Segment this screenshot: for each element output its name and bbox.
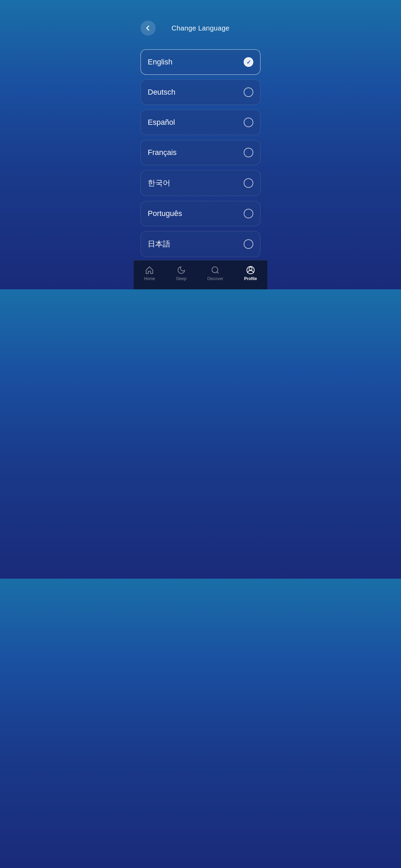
- nav-label-discover: Discover: [207, 276, 223, 281]
- language-label-espanol: Español: [148, 118, 175, 127]
- radio-deutsch: [244, 87, 253, 97]
- language-item-portuguese[interactable]: Português: [141, 201, 260, 226]
- back-button[interactable]: [141, 21, 156, 36]
- bottom-nav: Home Sleep Discover Profile: [134, 260, 267, 289]
- language-label-portuguese: Português: [148, 209, 182, 218]
- radio-francais: [244, 148, 253, 157]
- language-item-francais[interactable]: Français: [141, 140, 260, 165]
- radio-portuguese: [244, 209, 253, 218]
- home-icon: [145, 265, 154, 275]
- nav-item-home[interactable]: Home: [137, 264, 162, 282]
- language-item-english[interactable]: English: [141, 49, 260, 75]
- language-item-deutsch[interactable]: Deutsch: [141, 80, 260, 105]
- language-label-japanese: 日本語: [148, 239, 170, 249]
- header: Change Language: [134, 0, 267, 43]
- svg-point-2: [249, 267, 252, 270]
- nav-label-sleep: Sleep: [176, 276, 186, 281]
- radio-korean: [244, 178, 253, 188]
- language-item-korean[interactable]: 한국어: [141, 170, 260, 196]
- radio-espanol: [244, 118, 253, 127]
- nav-item-sleep[interactable]: Sleep: [169, 264, 193, 282]
- nav-item-profile[interactable]: Profile: [237, 264, 264, 282]
- svg-line-1: [217, 272, 219, 274]
- svg-point-0: [212, 267, 218, 273]
- language-label-korean: 한국어: [148, 178, 170, 188]
- nav-label-profile: Profile: [244, 276, 257, 281]
- language-label-deutsch: Deutsch: [148, 88, 175, 97]
- nav-label-home: Home: [144, 276, 155, 281]
- moon-icon: [177, 265, 186, 275]
- language-label-francais: Français: [148, 148, 177, 157]
- language-item-japanese[interactable]: 日本語: [141, 231, 260, 257]
- page-title: Change Language: [171, 24, 229, 32]
- radio-japanese: [244, 239, 253, 249]
- search-icon: [210, 265, 220, 275]
- profile-icon: [246, 265, 255, 275]
- language-item-espanol[interactable]: Español: [141, 110, 260, 135]
- radio-english: [244, 57, 253, 67]
- nav-item-discover[interactable]: Discover: [200, 264, 230, 282]
- language-label-english: English: [148, 58, 172, 67]
- language-list: English Deutsch Español Français 한국어 Por…: [134, 43, 267, 260]
